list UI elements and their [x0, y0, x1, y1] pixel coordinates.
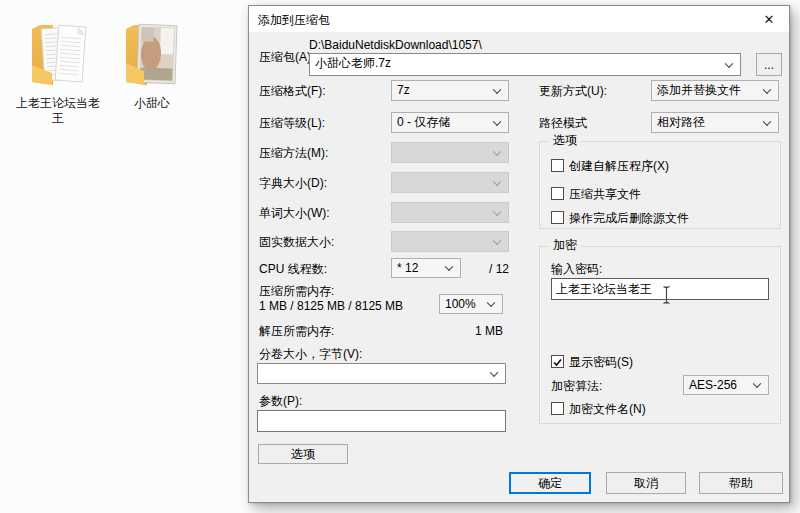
encryption-group-legend: 加密: [549, 239, 581, 252]
solid-size-combobox: [391, 231, 509, 252]
encryption-method-value: AES-256: [689, 378, 737, 392]
ok-button[interactable]: 确定: [509, 472, 591, 494]
dictionary-label: 字典大小(D):: [259, 176, 327, 190]
format-label: 压缩格式(F):: [259, 84, 326, 98]
delete-after-label[interactable]: 操作完成后删除源文件: [569, 211, 689, 225]
update-mode-combobox[interactable]: 添加并替换文件: [651, 80, 779, 101]
create-sfx-checkbox[interactable]: [551, 159, 564, 172]
checkmark-icon: [552, 357, 563, 368]
chevron-down-icon[interactable]: [763, 117, 771, 125]
text-cursor-ibeam: [661, 285, 672, 308]
chevron-down-icon[interactable]: [493, 117, 501, 125]
password-label: 输入密码:: [551, 262, 602, 276]
memory-compress-label: 压缩所需内存:: [259, 284, 334, 298]
encrypt-names-checkbox[interactable]: [551, 402, 564, 415]
volume-size-combobox[interactable]: [257, 363, 506, 384]
close-icon[interactable]: ✕: [751, 7, 787, 31]
solid-size-label: 固实数据大小:: [259, 235, 334, 249]
encryption-method-combobox[interactable]: AES-256: [683, 375, 769, 395]
desktop-folder-label: 小甜心: [109, 96, 195, 111]
password-input[interactable]: [551, 278, 769, 300]
help-button[interactable]: 帮助: [699, 472, 783, 494]
path-mode-label: 路径模式: [539, 116, 587, 130]
chevron-down-icon[interactable]: [493, 85, 501, 93]
show-password-label[interactable]: 显示密码(S): [569, 355, 633, 369]
method-combobox: [391, 142, 509, 163]
chevron-down-icon[interactable]: [487, 298, 495, 306]
level-combobox[interactable]: 0 - 仅存储: [391, 112, 509, 133]
folder-photo-icon: [120, 81, 184, 95]
word-size-label: 单词大小(W):: [259, 206, 330, 220]
desktop-folder-xiaotianxin[interactable]: 小甜心: [109, 16, 195, 111]
dialog-titlebar[interactable]: 添加到压缩包 ✕: [249, 6, 789, 32]
chevron-down-icon[interactable]: [753, 379, 761, 387]
level-label: 压缩等级(L):: [259, 116, 325, 130]
archive-name-combobox[interactable]: 小甜心老师.7z: [309, 53, 741, 76]
memory-percent-value: 100%: [445, 297, 476, 311]
archive-label: 压缩包(A): [259, 50, 311, 64]
path-mode-value: 相对路径: [657, 115, 705, 129]
encrypt-names-label[interactable]: 加密文件名(N): [569, 402, 646, 416]
desktop-folder-laowang[interactable]: 上老王论坛当老王: [12, 16, 104, 126]
chevron-down-icon: [493, 177, 501, 185]
cpu-threads-value: * 12: [397, 261, 418, 275]
dictionary-combobox: [391, 172, 509, 193]
volume-size-label: 分卷大小，字节(V):: [259, 347, 362, 361]
path-mode-combobox[interactable]: 相对路径: [651, 112, 779, 133]
chevron-down-icon[interactable]: [763, 85, 771, 93]
create-sfx-label[interactable]: 创建自解压程序(X): [569, 159, 669, 173]
dialog-title: 添加到压缩包: [258, 12, 330, 29]
memory-compress-detail: 1 MB / 8125 MB / 8125 MB: [259, 299, 403, 313]
cancel-button[interactable]: 取消: [606, 472, 686, 494]
method-label: 压缩方法(M):: [259, 146, 328, 160]
memory-decompress-label: 解压所需内存:: [259, 324, 334, 338]
format-value: 7z: [397, 83, 410, 97]
memory-percent-combobox[interactable]: 100%: [439, 294, 503, 314]
memory-decompress-value: 1 MB: [439, 324, 503, 338]
folder-documents-icon: [26, 81, 90, 95]
options-group-legend: 选项: [549, 134, 581, 147]
update-mode-value: 添加并替换文件: [657, 83, 741, 97]
update-mode-label: 更新方式(U):: [539, 84, 607, 98]
archive-path: D:\BaiduNetdiskDownload\1057\: [309, 38, 482, 52]
options-button[interactable]: 选项: [258, 444, 348, 464]
compress-shared-checkbox[interactable]: [551, 187, 564, 200]
chevron-down-icon[interactable]: [490, 368, 498, 376]
encryption-method-label: 加密算法:: [551, 379, 602, 393]
desktop-folder-label: 上老王论坛当老王: [12, 96, 104, 126]
format-combobox[interactable]: 7z: [391, 80, 509, 101]
chevron-down-icon: [493, 236, 501, 244]
parameters-label: 参数(P):: [259, 394, 302, 408]
cpu-threads-label: CPU 线程数:: [259, 262, 327, 276]
chevron-down-icon[interactable]: [725, 59, 733, 67]
archive-name-value: 小甜心老师.7z: [315, 56, 391, 70]
parameters-input[interactable]: [257, 410, 506, 432]
chevron-down-icon: [493, 207, 501, 215]
compress-shared-label[interactable]: 压缩共享文件: [569, 187, 641, 201]
cpu-threads-total: / 12: [444, 262, 509, 276]
delete-after-checkbox[interactable]: [551, 211, 564, 224]
level-value: 0 - 仅存储: [397, 115, 450, 129]
browse-button[interactable]: ...: [756, 53, 782, 76]
add-to-archive-dialog: 添加到压缩包 ✕ 压缩包(A) D:\BaiduNetdiskDownload\…: [248, 5, 790, 503]
chevron-down-icon: [493, 147, 501, 155]
show-password-checkbox[interactable]: [551, 355, 564, 368]
word-size-combobox: [391, 202, 509, 223]
